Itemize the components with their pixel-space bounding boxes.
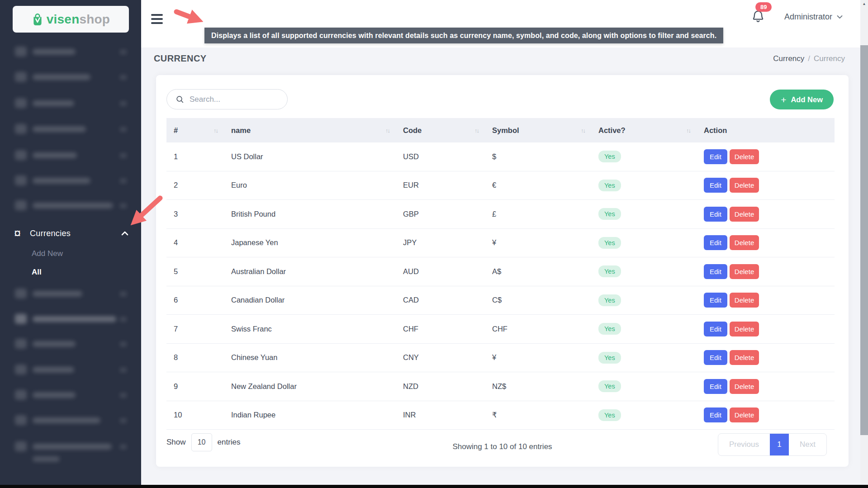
currency-code-cell: CNY	[396, 353, 485, 362]
edit-button[interactable]: Edit	[704, 350, 727, 365]
edit-button[interactable]: Edit	[704, 322, 727, 336]
sidebar-item-label: Currencies	[30, 229, 71, 238]
breadcrumb: Currency/Currency	[773, 54, 845, 63]
user-label: Administrator	[784, 12, 832, 22]
scrollbar-thumb[interactable]	[860, 45, 868, 435]
chevron-down-icon	[837, 15, 843, 19]
currency-code-cell: CHF	[396, 325, 485, 333]
currency-name-cell: British Pound	[224, 210, 396, 218]
row-number: 6	[166, 296, 224, 304]
pagination-previous[interactable]: Previous	[718, 434, 770, 455]
sort-icon[interactable]: ↑↓	[686, 127, 690, 134]
pagination-next[interactable]: Next	[789, 434, 826, 455]
delete-button[interactable]: Delete	[730, 264, 759, 279]
currency-code-cell: CAD	[396, 296, 485, 304]
search-input[interactable]	[190, 95, 280, 104]
edit-button[interactable]: Edit	[704, 379, 727, 394]
row-number: 9	[166, 382, 224, 391]
edit-button[interactable]: Edit	[704, 264, 727, 279]
delete-button[interactable]: Delete	[730, 407, 759, 422]
table-body: 1 US Dollar USD $ Yes Edit Delete 2 Euro…	[166, 142, 835, 430]
column-header-num[interactable]: #↑↓	[166, 126, 224, 135]
add-new-button[interactable]: + Add New	[770, 90, 834, 109]
edit-button[interactable]: Edit	[704, 407, 727, 422]
delete-button[interactable]: Delete	[730, 379, 759, 394]
window-bottom-edge	[0, 485, 868, 488]
edit-button[interactable]: Edit	[704, 293, 727, 308]
menu-toggle-icon[interactable]	[151, 14, 163, 24]
currency-name-cell: Euro	[224, 181, 396, 190]
currency-code-cell: GBP	[396, 210, 485, 218]
delete-button[interactable]: Delete	[730, 322, 759, 336]
currency-symbol-cell: A$	[485, 267, 591, 276]
currency-code-cell: NZD	[396, 382, 485, 391]
delete-button[interactable]: Delete	[730, 178, 759, 193]
currency-name-cell: New Zealand Dollar	[224, 382, 396, 391]
row-number: 1	[166, 152, 224, 161]
column-header-action: Action	[697, 126, 835, 135]
user-menu[interactable]: Administrator	[784, 12, 843, 22]
pagination: Previous 1 Next	[718, 433, 827, 456]
sort-icon[interactable]: ↑↓	[474, 127, 479, 134]
shopping-bag-icon	[32, 13, 43, 26]
table-row: 3 British Pound GBP £ Yes Edit Delete	[166, 200, 835, 229]
currency-symbol-cell: ₹	[485, 411, 591, 419]
sidebar-item-blurred	[0, 71, 141, 84]
active-badge: Yes	[598, 352, 621, 364]
column-header-name[interactable]: name↑↓	[224, 126, 396, 135]
currency-code-cell: EUR	[396, 181, 485, 190]
brand-logo[interactable]: visenshop	[13, 6, 129, 33]
chevron-up-icon	[121, 231, 128, 236]
currency-card: + Add New #↑↓ name↑↓ Code↑↓ Symbol↑↓ Act…	[156, 75, 849, 467]
row-number: 3	[166, 210, 224, 218]
sort-icon[interactable]: ↑↓	[581, 127, 585, 134]
active-badge: Yes	[598, 409, 621, 421]
currency-symbol-cell: £	[485, 210, 591, 218]
currency-symbol-cell: ¥	[485, 238, 591, 247]
sidebar-item-blurred	[0, 45, 141, 59]
column-header-active[interactable]: Active?↑↓	[591, 126, 697, 135]
column-header-symbol[interactable]: Symbol↑↓	[485, 126, 591, 135]
active-badge: Yes	[598, 208, 621, 220]
currency-symbol-cell: $	[485, 152, 591, 161]
edit-button[interactable]: Edit	[704, 149, 727, 164]
delete-button[interactable]: Delete	[730, 235, 759, 250]
sidebar-item-blurred	[0, 414, 141, 427]
sidebar-item-blurred	[0, 313, 141, 326]
edit-button[interactable]: Edit	[704, 207, 727, 222]
edit-button[interactable]: Edit	[704, 178, 727, 193]
scrollbar-up-arrow-icon[interactable]: ▲	[860, 0, 868, 8]
currency-name-cell: Chinese Yuan	[224, 353, 396, 362]
pagination-page-1[interactable]: 1	[770, 434, 789, 455]
sidebar-item-blurred	[0, 287, 141, 301]
row-number: 4	[166, 238, 224, 247]
sidebar-item-currencies[interactable]: ¤ Currencies	[0, 225, 141, 242]
edit-button[interactable]: Edit	[704, 235, 727, 250]
scrollbar[interactable]: ▲	[860, 0, 868, 488]
currency-name-cell: Australian Dollar	[224, 267, 396, 276]
column-header-code[interactable]: Code↑↓	[396, 126, 485, 135]
sidebar-item-blurred	[0, 199, 141, 213]
active-badge: Yes	[598, 237, 621, 249]
sidebar: visenshop ¤ Currencies Add New All	[0, 0, 141, 488]
delete-button[interactable]: Delete	[730, 149, 759, 164]
delete-button[interactable]: Delete	[730, 293, 759, 308]
breadcrumb-parent[interactable]: Currency	[773, 54, 804, 63]
table-row: 8 Chinese Yuan CNY ¥ Yes Edit Delete	[166, 344, 835, 373]
table-row: 7 Swiss Franc CHF CHF Yes Edit Delete	[166, 315, 835, 344]
currency-symbol-cell: €	[485, 181, 591, 190]
currency-name-cell: Canadian Dollar	[224, 296, 396, 304]
sidebar-subitem-all[interactable]: All	[32, 268, 42, 277]
row-number: 10	[166, 411, 224, 419]
delete-button[interactable]: Delete	[730, 350, 759, 365]
notifications-button[interactable]: 89	[751, 9, 766, 27]
sidebar-item-blurred	[0, 363, 141, 377]
sort-icon[interactable]: ↑↓	[385, 127, 389, 134]
sort-icon[interactable]: ↑↓	[213, 127, 218, 134]
currency-code-cell: USD	[396, 152, 485, 161]
delete-button[interactable]: Delete	[730, 207, 759, 222]
active-badge: Yes	[598, 294, 621, 306]
active-badge: Yes	[598, 180, 621, 191]
currency-symbol-cell: NZ$	[485, 382, 591, 391]
sidebar-subitem-add-new[interactable]: Add New	[32, 249, 63, 258]
